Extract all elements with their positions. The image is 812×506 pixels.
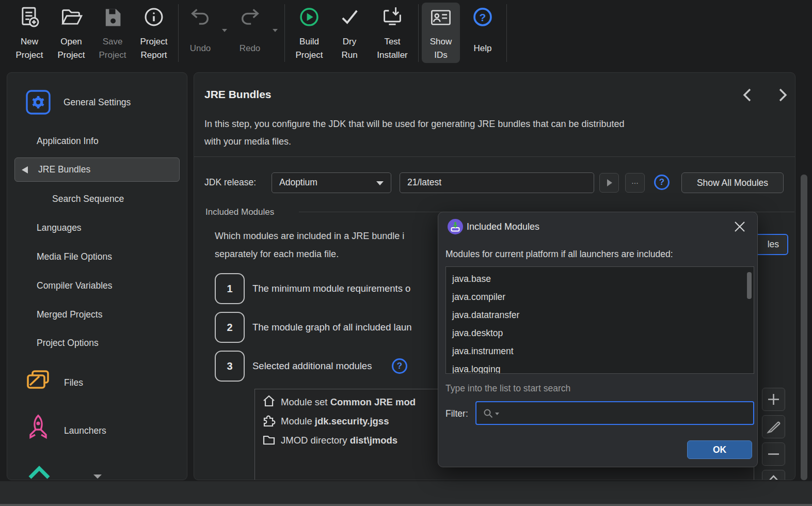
additional-modules-help-icon[interactable]: ? xyxy=(392,358,407,374)
save-icon xyxy=(101,6,124,29)
build-play-icon xyxy=(298,6,321,29)
toolbar-label: Project xyxy=(51,49,92,62)
toolbar-separator xyxy=(284,4,285,62)
ellipsis-label: ... xyxy=(631,177,638,185)
toolbar-separator xyxy=(178,4,179,62)
redo-dropdown-caret[interactable] xyxy=(273,29,278,32)
jdk-help-icon[interactable]: ? xyxy=(654,175,670,190)
search-options-caret[interactable] xyxy=(495,413,499,415)
files-icon xyxy=(25,368,52,394)
module-list: java.base java.compiler java.datatransfe… xyxy=(445,266,754,374)
sidebar-item-jre-bundles[interactable]: JRE Bundles xyxy=(14,157,180,182)
download-jdk-button[interactable] xyxy=(599,173,619,193)
toolbar-label: Project xyxy=(9,49,50,62)
installer-chevron-icon xyxy=(27,464,51,481)
edit-button[interactable] xyxy=(762,415,785,438)
close-icon[interactable] xyxy=(734,220,746,233)
sidebar-item-label: Application Info xyxy=(37,136,99,147)
toolbar-separator xyxy=(418,4,419,62)
module-name: java.instrument xyxy=(452,346,514,356)
undo-dropdown-caret[interactable] xyxy=(222,29,227,32)
redo-button[interactable]: Redo xyxy=(230,0,269,66)
add-button[interactable] xyxy=(762,388,785,411)
toolbar-label: IDs xyxy=(422,49,460,62)
sidebar-scroll-down-arrow[interactable] xyxy=(93,475,102,479)
build-project-button[interactable]: BuildProject xyxy=(289,0,329,66)
remove-button[interactable] xyxy=(762,442,785,466)
dialog-title: Included Modules xyxy=(467,222,539,232)
toolbar-label: Open xyxy=(51,35,92,49)
dry-run-button[interactable]: DryRun xyxy=(330,0,369,66)
filter-input[interactable] xyxy=(501,402,749,424)
module-name: java.compiler xyxy=(452,292,505,302)
svg-text:?: ? xyxy=(480,11,486,23)
project-report-button[interactable]: ProjectReport xyxy=(133,0,174,66)
ok-button[interactable]: OK xyxy=(687,440,752,459)
checkmark-icon xyxy=(338,6,361,29)
sidebar-item-label: Compiler Variables xyxy=(37,280,113,291)
folder-icon xyxy=(262,433,276,446)
module-list-item[interactable]: java.base xyxy=(452,270,741,288)
page-description-line2: with your media files. xyxy=(204,136,291,147)
toolbar-label: Show xyxy=(422,35,460,49)
open-project-button[interactable]: OpenProject xyxy=(51,0,92,66)
module-list-scrollbar[interactable] xyxy=(747,272,752,299)
help-button[interactable]: ? Help xyxy=(463,0,502,66)
test-installer-button[interactable]: TestInstaller xyxy=(370,0,415,66)
sidebar-item-label: Project Options xyxy=(37,338,99,349)
rocket-icon xyxy=(26,414,50,445)
included-modules-group-label: Included Modules xyxy=(205,207,274,217)
row-prefix: Module set xyxy=(281,397,330,407)
list-row-jmod-directory[interactable]: JMOD directory dist\jmods xyxy=(262,433,397,448)
sidebar-item-label: Files xyxy=(64,377,83,388)
sidebar-item-label: Media File Options xyxy=(37,251,112,262)
new-project-button[interactable]: NewProject xyxy=(9,0,50,66)
modules-paragraph-line1: Which modules are included in a JRE bund… xyxy=(215,231,404,242)
window-bottom-edge xyxy=(0,504,812,506)
module-list-item[interactable]: java.datatransfer xyxy=(452,306,741,324)
module-name: java.desktop xyxy=(452,328,503,338)
toolbar-label: Installer xyxy=(370,49,415,62)
new-project-icon xyxy=(18,6,41,29)
show-all-modules-button[interactable]: Show All Modules xyxy=(681,172,784,193)
undo-button[interactable]: Undo xyxy=(181,0,220,66)
save-project-button[interactable]: SaveProject xyxy=(92,0,133,66)
app-window: NewProject OpenProject SaveProject xyxy=(0,0,812,506)
dialog-subtitle: Modules for current platform if all laun… xyxy=(445,249,673,260)
sidebar-item-label: Languages xyxy=(37,223,82,233)
sidebar-item-label: Merged Projects xyxy=(37,309,102,320)
nav-next-icon[interactable] xyxy=(774,87,790,103)
filter-field xyxy=(475,401,754,425)
module-list-item[interactable]: java.desktop xyxy=(452,324,741,342)
page-title: JRE Bundles xyxy=(204,88,272,101)
search-hint: Type into the list to start search xyxy=(445,383,570,394)
show-ids-button[interactable]: ShowIDs xyxy=(422,0,460,66)
monitor-download-icon xyxy=(381,6,404,29)
toolbar-label: Save xyxy=(92,35,133,49)
jdk-version-input[interactable]: 21/latest xyxy=(400,172,594,193)
header-divider xyxy=(194,156,795,157)
jdk-vendor-value: Adoptium xyxy=(279,177,317,188)
module-list-item[interactable]: java.compiler xyxy=(452,288,741,306)
sidebar-item-label: JRE Bundles xyxy=(38,164,90,175)
filter-label: Filter: xyxy=(445,408,468,419)
question-mark: ? xyxy=(659,177,664,187)
list-row-module[interactable]: Module jdk.security.jgss xyxy=(262,414,389,429)
toolbar-label: Undo xyxy=(181,42,220,55)
toolbar-label: Report xyxy=(133,49,174,62)
modules-paragraph-line2: separately for each media file. xyxy=(215,249,339,260)
browse-jdk-button[interactable]: ... xyxy=(625,173,645,193)
module-list-item[interactable]: java.logging xyxy=(452,360,741,374)
info-icon xyxy=(142,6,165,29)
toolbar-label: Redo xyxy=(230,42,269,55)
move-up-button[interactable] xyxy=(762,470,785,480)
module-list-item[interactable]: java.instrument xyxy=(452,342,741,360)
main-scrollbar[interactable] xyxy=(801,175,807,480)
jdk-release-label: JDK release: xyxy=(204,177,256,188)
nav-previous-icon[interactable] xyxy=(740,87,756,103)
jdk-vendor-select[interactable]: Adoptium xyxy=(272,172,391,193)
page-description-line1: In this step, you configure the JDK that… xyxy=(204,119,624,130)
plus-icon xyxy=(762,388,785,410)
row-prefix: JMOD directory xyxy=(281,435,350,446)
list-row-module-set[interactable]: Module set Common JRE mod xyxy=(262,394,416,410)
